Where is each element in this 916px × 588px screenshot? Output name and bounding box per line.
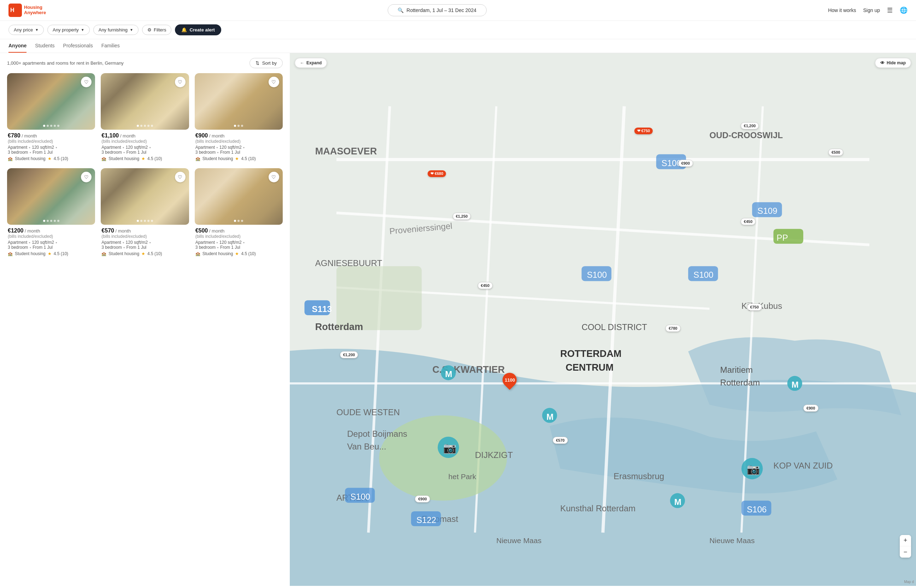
tab-families[interactable]: Families xyxy=(102,39,120,53)
card-image: ♡ xyxy=(7,73,95,130)
card-details-beds: 3 bedroom● From 1 Jul xyxy=(8,150,94,155)
svg-text:📷: 📷 xyxy=(747,463,760,476)
card-bills: (bills included/excluded) xyxy=(102,234,188,239)
card-image: ♡ xyxy=(101,73,189,130)
map-price-marker[interactable]: €900 xyxy=(678,160,693,167)
svg-text:Rotterdam: Rotterdam xyxy=(720,378,760,387)
furnishing-filter-button[interactable]: Any furnishing ▼ xyxy=(93,25,139,35)
listing-card[interactable]: ♡ €570 / month (bills included/excluded)… xyxy=(101,168,189,258)
favorite-button[interactable]: ♡ xyxy=(175,77,186,87)
create-alert-button[interactable]: 🔔 Create alert xyxy=(175,24,221,36)
svg-text:📷: 📷 xyxy=(443,442,457,454)
listings-header: 1,000+ apartments and rooms for rent in … xyxy=(7,58,283,68)
map-price-marker[interactable]: ❤ €680 xyxy=(428,170,446,177)
map-price-marker[interactable]: €780 xyxy=(666,325,680,332)
chevron-down-icon: ▼ xyxy=(35,28,39,32)
menu-icon[interactable]: ☰ xyxy=(887,6,893,14)
property-filter-button[interactable]: Any property ▼ xyxy=(47,25,90,35)
map-attribution: Map d xyxy=(904,580,914,584)
svg-text:Depot Boijmans: Depot Boijmans xyxy=(347,429,407,439)
chevron-down-icon: ▼ xyxy=(81,28,84,32)
logo[interactable]: H Housing Anywhere xyxy=(8,3,46,17)
map-price-marker[interactable]: €900 xyxy=(415,496,430,502)
price-filter-button[interactable]: Any price ▼ xyxy=(8,25,44,35)
map-expand-button[interactable]: ← Expand xyxy=(295,58,327,68)
card-info: €500 / month (bills included/excluded) A… xyxy=(195,225,283,258)
svg-text:Van Beu...: Van Beu... xyxy=(347,442,386,451)
map-price-marker[interactable]: €1,200 xyxy=(741,122,759,129)
card-badge: 🏫 Student housing ★ 4.5 (10) xyxy=(8,251,94,256)
image-dots xyxy=(137,220,153,222)
card-details-type: Apartment● 120 sqft/m2● xyxy=(195,240,282,245)
listing-card[interactable]: ♡ €500 / month (bills included/excluded)… xyxy=(195,168,283,258)
cards-grid: ♡ €780 / month (bills included/excluded)… xyxy=(7,73,283,258)
card-details-type: Apartment● 120 sqft/m2● xyxy=(8,240,94,245)
logo-icon: H xyxy=(8,3,22,17)
map-hide-button[interactable]: 👁 Hide map xyxy=(875,58,911,68)
listing-card[interactable]: ♡ €1,100 / month (bills included/exclude… xyxy=(101,73,189,163)
map-price-marker[interactable]: €450 xyxy=(478,282,493,289)
map-price-marker[interactable]: ❤ €750 xyxy=(634,128,653,134)
card-price: €1200 / month xyxy=(8,228,94,234)
image-dots xyxy=(234,125,243,127)
card-details-beds: 3 bedroom● From 1 Jul xyxy=(8,245,94,250)
star-icon: ★ xyxy=(141,251,145,256)
svg-text:Kunsthal Rotterdam: Kunsthal Rotterdam xyxy=(560,504,635,513)
card-details-beds: 3 bedroom● From 1 Jul xyxy=(102,245,188,250)
map-price-marker[interactable]: €1,250 xyxy=(453,213,471,220)
card-badge: 🏫 Student housing ★ 4.5 (10) xyxy=(195,156,282,161)
map-price-marker[interactable]: €1,200 xyxy=(340,351,358,358)
map-price-marker[interactable]: €570 xyxy=(553,437,567,444)
svg-text:M: M xyxy=(792,380,799,389)
favorite-button[interactable]: ♡ xyxy=(268,77,279,87)
zoom-out-button[interactable]: − xyxy=(900,546,911,557)
svg-rect-13 xyxy=(336,266,422,330)
svg-text:OUDE WESTEN: OUDE WESTEN xyxy=(336,407,400,417)
tab-students[interactable]: Students xyxy=(35,39,55,53)
svg-text:DIJKZIGT: DIJKZIGT xyxy=(475,450,513,460)
card-bills: (bills included/excluded) xyxy=(8,139,94,144)
star-icon: ★ xyxy=(48,251,52,256)
favorite-button[interactable]: ♡ xyxy=(268,172,279,183)
logo-text: Housing Anywhere xyxy=(24,5,46,16)
tab-anyone[interactable]: Anyone xyxy=(8,39,26,53)
map-price-marker[interactable]: €900 xyxy=(803,405,818,412)
property-filter-label: Any property xyxy=(53,27,79,32)
listing-card[interactable]: ♡ €780 / month (bills included/excluded)… xyxy=(7,73,95,163)
favorite-button[interactable]: ♡ xyxy=(175,172,186,183)
language-icon[interactable]: 🌐 xyxy=(900,6,908,14)
card-info: €780 / month (bills included/excluded) A… xyxy=(7,130,95,163)
sign-up-link[interactable]: Sign up xyxy=(863,7,880,13)
furnishing-filter-label: Any furnishing xyxy=(99,27,128,32)
sort-label: Sort by xyxy=(262,60,277,66)
student-icon: 🏫 xyxy=(195,157,200,161)
how-it-works-link[interactable]: How it works xyxy=(828,7,856,13)
svg-text:M: M xyxy=(546,412,553,422)
map-background: Provenierssingel MAASOEVER OUD-CROOSWIJL… xyxy=(290,53,916,586)
hide-map-label: Hide map xyxy=(887,60,906,65)
map-price-marker[interactable]: 1100 xyxy=(502,373,517,387)
header-search[interactable]: 🔍 Rotterdam, 1 Jul – 31 Dec 2024 xyxy=(388,4,486,16)
map-svg: Provenierssingel MAASOEVER OUD-CROOSWIJL… xyxy=(290,53,916,586)
advanced-filters-button[interactable]: ⚙ Filters xyxy=(142,25,171,35)
card-bills: (bills included/excluded) xyxy=(195,234,282,239)
sort-button[interactable]: ⇅ Sort by xyxy=(249,58,283,68)
expand-label: Expand xyxy=(306,60,321,65)
card-image: ♡ xyxy=(7,168,95,225)
card-details-beds: 3 bedroom● From 1 Jul xyxy=(195,245,282,250)
tab-professionals[interactable]: Professionals xyxy=(63,39,93,53)
listing-card[interactable]: ♡ €1200 / month (bills included/excluded… xyxy=(7,168,95,258)
listing-card[interactable]: ♡ €900 / month (bills included/excluded)… xyxy=(195,73,283,163)
student-icon: 🏫 xyxy=(8,157,13,161)
zoom-in-button[interactable]: + xyxy=(900,535,911,546)
card-details-beds: 3 bedroom● From 1 Jul xyxy=(102,150,188,155)
map-price-marker[interactable]: €750 xyxy=(747,304,762,310)
sort-icon: ⇅ xyxy=(255,60,259,66)
map-price-marker[interactable]: €500 xyxy=(828,149,843,156)
card-badge: 🏫 Student housing ★ 4.5 (10) xyxy=(102,251,188,256)
tabs-bar: Anyone Students Professionals Families xyxy=(0,39,916,53)
svg-text:M: M xyxy=(445,369,452,379)
card-bills: (bills included/excluded) xyxy=(8,234,94,239)
card-price: €1,100 / month xyxy=(102,132,188,139)
map-price-marker[interactable]: €450 xyxy=(741,218,756,225)
